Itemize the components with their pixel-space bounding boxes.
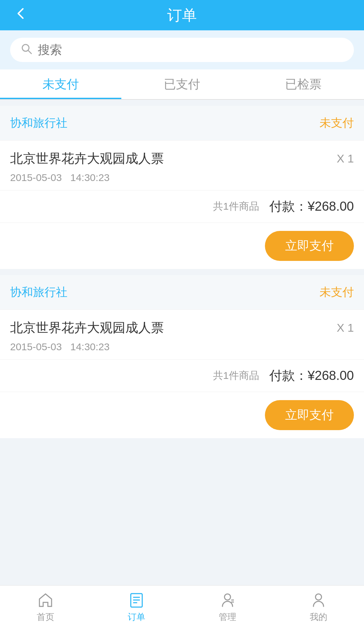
order-item-top: 北京世界花卉大观园成人票 X 1 (10, 150, 354, 167)
page-title: 订单 (167, 5, 197, 25)
order-header: 协和旅行社 未支付 (0, 106, 364, 141)
nav-item-manage[interactable]: 管理 (182, 592, 273, 623)
order-status: 未支付 (320, 284, 354, 300)
order-amount: 付款：¥268.00 (269, 198, 354, 215)
nav-item-home[interactable]: 首页 (0, 592, 91, 623)
search-input[interactable] (38, 43, 344, 57)
search-icon (20, 42, 32, 58)
nav-item-orders[interactable]: 订单 (91, 592, 182, 623)
nav-label-home: 首页 (37, 611, 54, 623)
order-status: 未支付 (320, 115, 354, 131)
order-item-name: 北京世界花卉大观园成人票 (10, 150, 164, 167)
order-header: 协和旅行社 未支付 (0, 275, 364, 310)
nav-label-mine: 我的 (310, 611, 327, 623)
svg-line-1 (28, 50, 31, 54)
order-summary: 共1件商品 付款：¥268.00 (0, 360, 364, 392)
order-item-name: 北京世界花卉大观园成人票 (10, 319, 164, 336)
tab-unpaid[interactable]: 未支付 (0, 69, 121, 99)
nav-item-mine[interactable]: 我的 (273, 592, 364, 623)
order-item: 北京世界花卉大观园成人票 X 1 2015-05-03 14:30:23 (0, 141, 364, 190)
orders-icon (128, 592, 145, 608)
order-card: 协和旅行社 未支付 北京世界花卉大观园成人票 X 1 2015-05-03 14… (0, 275, 364, 438)
order-tabs: 未支付 已支付 已检票 (0, 69, 364, 100)
order-count: 共1件商品 (213, 200, 259, 213)
home-icon (37, 592, 54, 608)
order-item-datetime: 2015-05-03 14:30:23 (10, 172, 354, 183)
order-item-datetime: 2015-05-03 14:30:23 (10, 341, 354, 353)
nav-label-manage: 管理 (219, 611, 236, 623)
header: 订单 (0, 0, 364, 30)
search-bar-area (0, 30, 364, 69)
order-item: 北京世界花卉大观园成人票 X 1 2015-05-03 14:30:23 (0, 310, 364, 360)
order-item-qty: X 1 (337, 152, 354, 165)
order-amount: 付款：¥268.00 (269, 367, 354, 384)
back-button[interactable] (13, 7, 27, 24)
mine-icon (310, 592, 327, 608)
order-actions: 立即支付 (0, 223, 364, 269)
order-item-top: 北京世界花卉大观园成人票 X 1 (10, 319, 354, 336)
tab-checked[interactable]: 已检票 (243, 69, 364, 99)
order-card: 协和旅行社 未支付 北京世界花卉大观园成人票 X 1 2015-05-03 14… (0, 106, 364, 269)
pay-button[interactable]: 立即支付 (265, 400, 354, 430)
svg-point-6 (224, 594, 231, 600)
nav-label-orders: 订单 (128, 611, 145, 623)
search-bar (10, 38, 354, 62)
order-count: 共1件商品 (213, 369, 259, 383)
merchant-name: 协和旅行社 (10, 115, 67, 131)
order-actions: 立即支付 (0, 392, 364, 438)
order-summary: 共1件商品 付款：¥268.00 (0, 190, 364, 223)
order-list: 协和旅行社 未支付 北京世界花卉大观园成人票 X 1 2015-05-03 14… (0, 106, 364, 491)
manage-icon (219, 592, 236, 608)
pay-button[interactable]: 立即支付 (265, 231, 354, 261)
merchant-name: 协和旅行社 (10, 284, 67, 300)
svg-point-9 (315, 594, 322, 600)
tab-paid[interactable]: 已支付 (121, 69, 243, 99)
bottom-nav: 首页 订单 管理 我的 (0, 585, 364, 629)
order-item-qty: X 1 (337, 321, 354, 334)
